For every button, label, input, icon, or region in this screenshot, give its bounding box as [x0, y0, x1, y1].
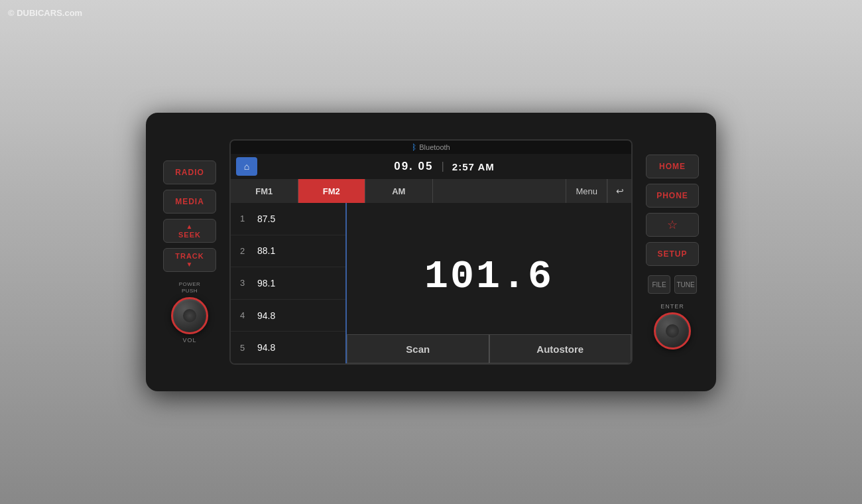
- preset-freq-5: 94.8: [257, 342, 275, 353]
- time-divider: |: [441, 160, 444, 173]
- back-button[interactable]: ↩: [607, 179, 631, 203]
- vol-knob-area: POWERPUSH VOL: [171, 281, 208, 343]
- file-tune-row: FILE TUNE: [648, 275, 697, 294]
- time-display: 09. 05 | 2:57 AM: [263, 160, 626, 173]
- head-unit: RADIO MEDIA ▲ SEEK TRACK ▼ POWERPUSH VOL: [146, 113, 716, 391]
- vol-knob[interactable]: [171, 297, 208, 334]
- preset-item-1[interactable]: 1 87.5: [231, 203, 345, 235]
- enter-knob[interactable]: [654, 312, 691, 349]
- preset-num-1: 1: [240, 214, 249, 223]
- tab-am[interactable]: AM: [365, 179, 433, 203]
- bottom-buttons: Scan Autostore: [347, 334, 631, 363]
- tune-button[interactable]: TUNE: [674, 275, 697, 294]
- seek-label: SEEK: [178, 231, 201, 239]
- favorite-button[interactable]: ☆: [646, 213, 699, 237]
- preset-num-3: 3: [240, 278, 249, 288]
- autostore-button[interactable]: Autostore: [489, 334, 632, 363]
- watermark: © DUBICARS.com: [8, 8, 82, 18]
- left-panel: RADIO MEDIA ▲ SEEK TRACK ▼ POWERPUSH VOL: [156, 160, 229, 343]
- time-main: 09. 05: [394, 160, 433, 173]
- file-button[interactable]: FILE: [648, 275, 670, 294]
- preset-num-5: 5: [240, 343, 249, 353]
- menu-button[interactable]: Menu: [566, 179, 607, 203]
- bluetooth-label: Bluetooth: [419, 143, 450, 151]
- frequency-display: 101.6: [424, 254, 554, 299]
- home-icon-btn[interactable]: ⌂: [236, 157, 257, 176]
- time-12h: 2:57 AM: [452, 161, 495, 172]
- preset-item-4[interactable]: 4 94.8: [231, 300, 345, 332]
- preset-freq-4: 94.8: [257, 310, 275, 321]
- preset-freq-2: 88.1: [257, 245, 275, 256]
- preset-item-3[interactable]: 3 98.1: [231, 267, 345, 300]
- seek-button[interactable]: ▲ SEEK: [163, 219, 216, 243]
- knob-inner: [183, 309, 196, 322]
- radio-button[interactable]: RADIO: [163, 160, 216, 184]
- tab-fm1[interactable]: FM1: [231, 179, 298, 203]
- preset-item-2[interactable]: 2 88.1: [231, 235, 345, 268]
- star-icon: ☆: [667, 218, 678, 232]
- track-label: TRACK: [175, 252, 204, 260]
- screen-body: 1 87.5 2 88.1 3 98.1 4 94.8: [231, 203, 631, 363]
- setup-button[interactable]: SETUP: [646, 242, 699, 266]
- tab-bar: FM1 FM2 AM Menu ↩: [231, 179, 631, 203]
- vol-label: VOL: [182, 337, 196, 344]
- track-down-arrow: ▼: [186, 261, 194, 268]
- preset-item-5[interactable]: 5 94.8: [231, 332, 345, 363]
- enter-knob-inner: [666, 324, 679, 338]
- enter-knob-area: ENTER: [654, 303, 691, 349]
- preset-freq-1: 87.5: [257, 214, 275, 224]
- enter-label: ENTER: [660, 303, 684, 310]
- infotainment-screen: ᛒ Bluetooth ⌂ 09. 05 | 2:57 AM FM1: [229, 139, 633, 365]
- seek-up-arrow: ▲: [186, 223, 194, 230]
- scan-button[interactable]: Scan: [347, 334, 489, 363]
- media-button[interactable]: MEDIA: [163, 190, 216, 214]
- radio-main: 101.6 Scan Autostore: [347, 203, 631, 363]
- home-icon: ⌂: [244, 161, 249, 172]
- preset-num-2: 2: [240, 246, 249, 256]
- preset-num-4: 4: [240, 310, 249, 320]
- home-button[interactable]: HOME: [646, 155, 699, 178]
- phone-button[interactable]: PHONE: [646, 184, 699, 208]
- preset-list: 1 87.5 2 88.1 3 98.1 4 94.8: [231, 203, 347, 363]
- right-panel: HOME PHONE ☆ SETUP FILE TUNE ENTER: [633, 155, 706, 349]
- bluetooth-bar: ᛒ Bluetooth: [231, 141, 631, 154]
- power-label: POWERPUSH: [179, 281, 201, 294]
- preset-freq-3: 98.1: [257, 278, 275, 288]
- bluetooth-icon: ᛒ: [412, 143, 416, 152]
- tab-fm2[interactable]: FM2: [298, 179, 366, 203]
- screen-header: ⌂ 09. 05 | 2:57 AM: [231, 154, 631, 179]
- track-button[interactable]: TRACK ▼: [163, 248, 216, 272]
- car-dashboard: © DUBICARS.com RADIO MEDIA ▲ SEEK TRACK …: [0, 0, 862, 504]
